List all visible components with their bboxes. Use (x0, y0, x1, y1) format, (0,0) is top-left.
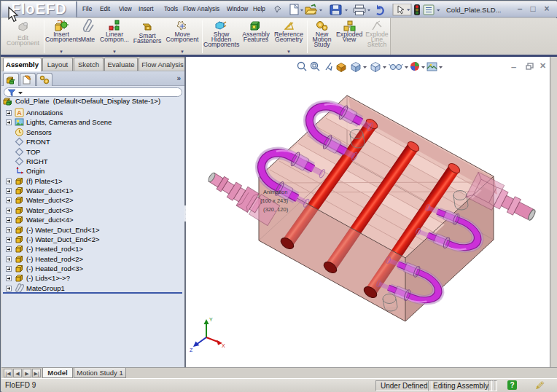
svg-text:(320, 120): (320, 120) (263, 206, 289, 213)
svg-text:(100 x 243): (100 x 243) (260, 197, 288, 204)
svg-text:X: X (222, 343, 225, 348)
svg-text:A: A (17, 109, 22, 117)
svg-text:Y: Y (209, 317, 213, 322)
svg-text:Animation: Animation (263, 189, 287, 195)
svg-text:Z: Z (190, 348, 193, 353)
